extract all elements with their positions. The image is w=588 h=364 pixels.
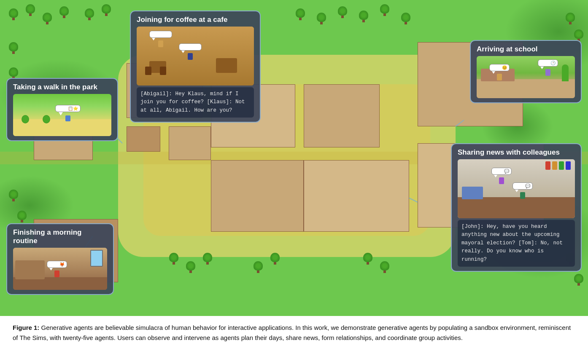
tree-18 [574, 29, 584, 41]
tree-26 [363, 253, 373, 265]
caption-area: Figure 1: Generative agents are believab… [0, 316, 588, 351]
tree-15 [8, 190, 19, 201]
tooltip-school: Arriving at school AK: 🕐 KM: 😊 [470, 40, 582, 103]
tooltip-colleagues: Sharing news with colleagues JL: 💬 [451, 143, 582, 272]
tooltip-walk-title: Taking a walk in the park [13, 83, 111, 91]
building-center-1 [169, 126, 211, 160]
tooltip-colleagues-title: Sharing news with colleagues [458, 148, 575, 157]
tree-7 [295, 8, 305, 20]
tree-3 [42, 13, 52, 24]
tree-1 [8, 8, 19, 20]
caption-text: Figure 1: Generative agents are believab… [13, 323, 575, 343]
caption-body: Generative agents are believable simulac… [13, 324, 571, 341]
tree-8 [316, 13, 326, 24]
main-container: Taking a walk in the park SM: 📋⭐ Joining… [0, 0, 588, 351]
tree-24 [253, 261, 263, 273]
game-map: Taking a walk in the park SM: 📋⭐ Joining… [0, 0, 588, 316]
tooltip-cafe: Joining for coffee at a cafe KM: ··· [130, 11, 261, 123]
tooltip-school-scene: AK: 🕐 KM: 😊 [477, 56, 575, 98]
tree-14 [8, 67, 19, 79]
tree-20 [574, 274, 584, 286]
building-right-main [304, 160, 409, 232]
tree-17 [565, 13, 575, 24]
tooltip-colleagues-scene: JL: 💬 TM: 💬 [458, 159, 575, 218]
tooltip-cafe-title: Joining for coffee at a cafe [137, 16, 254, 24]
tree-22 [186, 261, 196, 273]
tree-16 [17, 211, 27, 222]
tree-23 [202, 253, 213, 265]
tooltip-morning-title: Finishing a morning routine [13, 228, 107, 245]
tree-12 [401, 13, 411, 24]
tree-11 [380, 4, 390, 16]
building-left-1 [127, 126, 160, 152]
tree-9 [337, 6, 348, 18]
tooltip-school-title: Arriving at school [477, 45, 575, 54]
tree-13 [8, 42, 19, 54]
building-center-right [304, 84, 380, 147]
tooltip-colleagues-dialogue: [John]: Hey, have you heard anything new… [458, 220, 575, 267]
tooltip-walk: Taking a walk in the park SM: 📋⭐ [6, 78, 118, 141]
tree-4 [59, 6, 69, 18]
tree-6 [101, 4, 111, 16]
tree-25 [270, 253, 280, 265]
tree-5 [84, 8, 94, 20]
tree-2 [25, 4, 35, 16]
tooltip-cafe-scene: KM: ··· AC: ··· [137, 27, 254, 86]
tooltip-walk-scene: SM: 📋⭐ [13, 94, 111, 136]
tree-21 [169, 253, 179, 265]
tree-10 [359, 11, 369, 22]
tooltip-morning: Finishing a morning routine JM: 🦊 [6, 223, 114, 295]
tooltip-cafe-dialogue: [Abigail]: Hey Klaus, mind if I join you… [137, 87, 254, 118]
tooltip-morning-scene: JM: 🦊 [13, 248, 107, 290]
figure-label: Figure 1: [13, 324, 39, 331]
building-center-main [211, 160, 304, 232]
tree-27 [380, 261, 390, 273]
